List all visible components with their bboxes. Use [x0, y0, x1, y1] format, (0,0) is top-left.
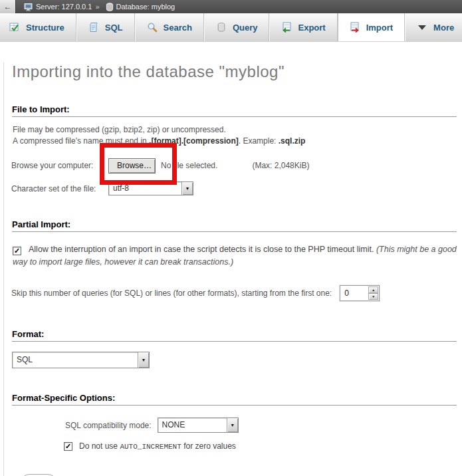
chevron-down-icon[interactable]: ▼	[227, 418, 238, 432]
chevron-down-icon[interactable]: ▼	[138, 352, 149, 368]
breadcrumb-server[interactable]: Server: 127.0.0.1	[36, 3, 92, 11]
tab-label: SQL	[105, 23, 123, 33]
tab-more[interactable]: More	[405, 13, 462, 41]
allow-interrupt-checkbox[interactable]: ✓	[13, 247, 21, 255]
page-title: Importing into the database "myblog"	[12, 62, 458, 81]
sql-compatibility-select[interactable]: NONE ▼	[158, 417, 239, 433]
tab-bar: Structure SQL Search Query Export	[0, 13, 462, 42]
format-select[interactable]: SQL ▼	[12, 352, 150, 368]
charset-select[interactable]: utf-8 ▼	[108, 181, 193, 195]
tab-sql[interactable]: SQL	[76, 13, 135, 41]
tab-label: Search	[164, 23, 192, 33]
format-section: Format: SQL ▼	[11, 329, 458, 368]
max-size-text: (Max: 2,048KiB)	[252, 161, 309, 170]
tab-label: Query	[233, 23, 258, 33]
charset-selected-value: utf-8	[109, 182, 133, 195]
tab-export[interactable]: Export	[269, 13, 337, 41]
main-content: Importing into the database "myblog" Fil…	[3, 62, 462, 476]
compression-note: File may be compressed (gzip, bzip2, zip…	[13, 124, 458, 147]
file-to-import-heading: File to Import:	[12, 104, 457, 117]
tab-label: Export	[298, 23, 325, 33]
phpmyadmin-window: ← Server: 127.0.0.1 » Database: myblog S…	[0, 0, 462, 476]
skip-queries-value: 0	[340, 286, 368, 300]
format-specific-options-section: Format-Specific Options: SQL compatibili…	[11, 393, 458, 451]
server-icon	[24, 3, 33, 11]
auto-increment-text: Do not use AUTO_INCREMENT for zero value…	[79, 441, 236, 451]
format-heading: Format:	[12, 329, 457, 342]
tab-label: Structure	[26, 23, 64, 33]
spinner-buttons: ▲ ▼	[368, 287, 378, 300]
partial-import-section: Partial Import: ✓Allow the interruption …	[11, 219, 458, 301]
skip-queries-row: Skip this number of queries (for SQL) or…	[11, 285, 458, 301]
back-arrow-icon: ←	[4, 2, 12, 11]
allow-interrupt-text: Allow the interruption of an import in c…	[29, 245, 376, 254]
database-icon	[106, 3, 114, 11]
browse-button[interactable]: Browse…	[108, 158, 156, 174]
breadcrumb-bar: ← Server: 127.0.0.1 » Database: myblog	[0, 0, 462, 13]
sql-compatibility-value: NONE	[158, 418, 189, 432]
charset-row: Character set of the file: utf-8 ▼	[11, 181, 458, 195]
skip-queries-input[interactable]: 0 ▲ ▼	[340, 285, 380, 301]
auto-increment-code: AUTO_INCREMENT	[120, 443, 181, 451]
sql-icon	[88, 22, 99, 33]
format-specific-options-heading: Format-Specific Options:	[12, 393, 457, 406]
allow-interrupt-row: ✓Allow the interruption of an import in …	[13, 243, 457, 269]
tab-label: Import	[366, 23, 393, 33]
query-icon	[216, 22, 227, 33]
sql-compatibility-row: SQL compatibility mode: NONE ▼	[11, 417, 458, 433]
chevron-down-icon	[417, 22, 427, 33]
browse-row: Browse your computer: Browse… No file se…	[11, 158, 458, 174]
spinner-down-icon[interactable]: ▼	[368, 293, 378, 300]
skip-queries-label: Skip this number of queries (for SQL) or…	[11, 289, 332, 298]
structure-icon	[9, 22, 20, 33]
tab-search[interactable]: Search	[135, 13, 204, 41]
sql-compatibility-label: SQL compatibility mode:	[65, 421, 152, 430]
no-file-selected-text: No file selected.	[161, 161, 217, 170]
tab-query[interactable]: Query	[204, 13, 270, 41]
breadcrumb-database[interactable]: Database: myblog	[116, 3, 175, 11]
tab-label: More	[433, 23, 454, 33]
breadcrumb-separator: »	[95, 3, 99, 11]
auto-increment-row: ✓ Do not use AUTO_INCREMENT for zero val…	[11, 441, 458, 451]
file-to-import-section: File to Import: File may be compressed (…	[11, 104, 458, 195]
back-button[interactable]: ←	[0, 0, 16, 13]
spinner-up-icon[interactable]: ▲	[368, 287, 378, 293]
auto-increment-checkbox[interactable]: ✓	[64, 442, 72, 451]
tab-structure[interactable]: Structure	[0, 13, 76, 41]
format-selected-value: SQL	[13, 352, 37, 368]
tab-import[interactable]: Import	[338, 13, 405, 41]
charset-label: Character set of the file:	[11, 184, 108, 193]
search-icon	[147, 22, 158, 33]
import-icon	[350, 22, 360, 33]
export-icon	[281, 22, 292, 33]
partial-import-heading: Partial Import:	[12, 219, 457, 232]
browse-label: Browse your computer:	[11, 161, 108, 170]
chevron-down-icon[interactable]: ▼	[181, 182, 193, 195]
